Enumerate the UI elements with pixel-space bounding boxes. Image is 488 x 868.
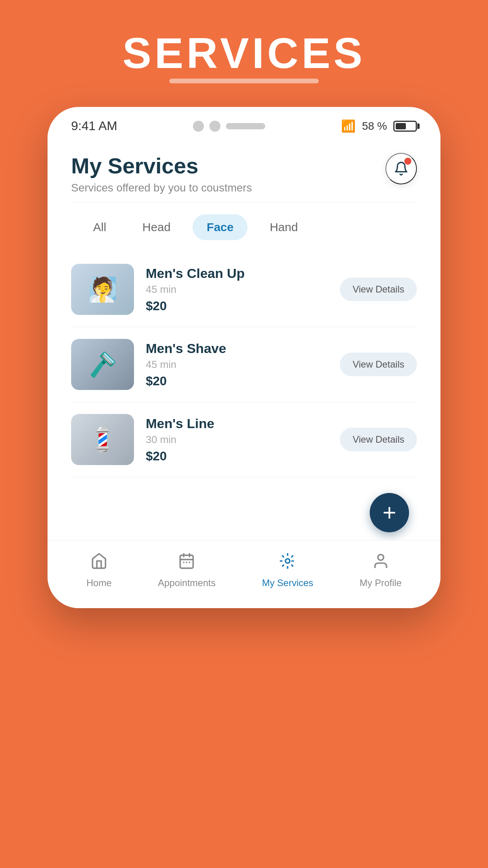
view-details-shave-button[interactable]: View Details — [340, 353, 417, 376]
nav-item-home[interactable]: Home — [86, 552, 112, 588]
filter-tabs: All Head Face Hand — [71, 214, 417, 240]
service-item-cleanup: 🧖 Men's Clean Up 45 min $20 View Details — [71, 252, 417, 327]
service-image-shave: 🪒 — [71, 339, 134, 390]
app-header: My Services Services offered by you to c… — [71, 153, 417, 194]
nav-label-home: Home — [86, 577, 112, 588]
filter-tab-face[interactable]: Face — [193, 214, 248, 240]
service-name-cleanup: Men's Clean Up — [146, 266, 328, 281]
nav-label-appointments: Appointments — [158, 577, 216, 588]
service-name-line: Men's Line — [146, 416, 328, 431]
page-title-container: SERVICES — [123, 31, 365, 83]
status-pill — [226, 123, 265, 129]
home-icon — [90, 552, 108, 574]
app-subtitle: Services offered by you to coustmers — [71, 182, 252, 194]
service-image-placeholder-shave: 🪒 — [71, 339, 134, 390]
filter-tab-head[interactable]: Head — [128, 214, 185, 240]
nav-item-appointments[interactable]: Appointments — [158, 552, 216, 588]
status-center-area — [193, 121, 265, 132]
nav-item-my-profile[interactable]: My Profile — [360, 552, 402, 588]
bell-badge — [404, 158, 411, 165]
header-text: My Services Services offered by you to c… — [71, 153, 252, 194]
add-service-fab-button[interactable]: + — [370, 493, 409, 532]
battery-icon — [393, 121, 417, 132]
services-icon — [279, 552, 296, 574]
battery-percent: 58 % — [362, 120, 387, 132]
status-time: 9:41 AM — [71, 119, 117, 133]
service-item-line: 💈 Men's Line 30 min $20 View Details — [71, 402, 417, 477]
profile-icon — [372, 552, 389, 574]
service-info-line: Men's Line 30 min $20 — [146, 416, 328, 463]
phone-frame: 9:41 AM 📶 58 % My Services Services offe… — [48, 107, 440, 608]
nav-label-my-services: My Services — [262, 577, 314, 588]
service-price-shave: $20 — [146, 374, 328, 388]
phone-content: My Services Services offered by you to c… — [48, 141, 440, 540]
header-divider — [71, 202, 417, 202]
bottom-nav: Home Appointments — [48, 540, 440, 608]
view-details-cleanup-button[interactable]: View Details — [340, 278, 417, 301]
service-item-shave: 🪒 Men's Shave 45 min $20 View Details — [71, 327, 417, 402]
wifi-icon: 📶 — [341, 119, 356, 133]
calendar-icon — [178, 552, 195, 574]
service-image-placeholder-cleanup: 🧖 — [71, 264, 134, 315]
status-dot-1 — [193, 121, 204, 132]
service-image-line: 💈 — [71, 414, 134, 465]
status-bar: 9:41 AM 📶 58 % — [48, 107, 440, 141]
filter-tab-hand[interactable]: Hand — [255, 214, 312, 240]
nav-item-my-services[interactable]: My Services — [262, 552, 314, 588]
service-list: 🧖 Men's Clean Up 45 min $20 View Details… — [71, 252, 417, 477]
app-title: My Services — [71, 153, 252, 178]
page-title: SERVICES — [123, 31, 365, 75]
status-right-area: 📶 58 % — [341, 119, 417, 133]
service-info-shave: Men's Shave 45 min $20 — [146, 341, 328, 388]
svg-point-7 — [286, 559, 290, 563]
service-price-cleanup: $20 — [146, 299, 328, 313]
service-name-shave: Men's Shave — [146, 341, 328, 356]
view-details-line-button[interactable]: View Details — [340, 428, 417, 451]
service-image-placeholder-line: 💈 — [71, 414, 134, 465]
filter-tab-all[interactable]: All — [79, 214, 120, 240]
service-info-cleanup: Men's Clean Up 45 min $20 — [146, 266, 328, 313]
service-price-line: $20 — [146, 449, 328, 463]
service-image-cleanup: 🧖 — [71, 264, 134, 315]
status-dot-2 — [209, 121, 220, 132]
fab-container: + — [71, 477, 417, 540]
page-title-underline — [169, 79, 319, 83]
notifications-button[interactable] — [385, 153, 417, 184]
service-duration-line: 30 min — [146, 434, 328, 446]
nav-label-my-profile: My Profile — [360, 577, 402, 588]
service-duration-shave: 45 min — [146, 359, 328, 371]
service-duration-cleanup: 45 min — [146, 283, 328, 296]
battery-fill — [396, 123, 406, 129]
plus-icon: + — [382, 501, 396, 524]
svg-point-8 — [378, 555, 383, 561]
